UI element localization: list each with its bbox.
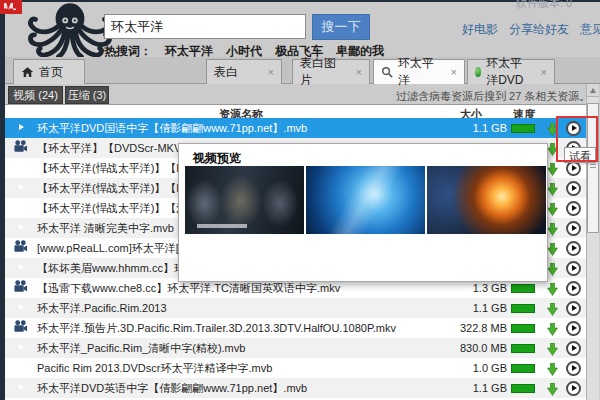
download-icon[interactable]: [547, 182, 558, 195]
titlebar-app-icon: [0, 0, 22, 14]
play-preview-icon[interactable]: [566, 281, 581, 296]
speed-progress-bar: [511, 124, 535, 133]
play-preview-icon[interactable]: [566, 381, 581, 396]
app-window: 搜一下 软件版本: 0 好电影分享给好友意见反馈 热搜词： 环太平洋小时代极品飞…: [0, 0, 600, 400]
video-camera-file-icon: [13, 280, 29, 296]
table-row[interactable]: 环太平洋DVD国语中字【倩影翩翩www.71pp.net】.mvb 1.1 GB: [5, 118, 586, 138]
download-icon[interactable]: [547, 142, 558, 155]
resource-name: 环太平洋.Pacific.Rim.2013: [37, 301, 437, 316]
file-size: 1.0 GB: [437, 362, 507, 374]
download-icon[interactable]: [547, 122, 558, 135]
file-size: 830.0 MB: [437, 342, 507, 354]
player-file-icon: [13, 260, 29, 276]
preview-tooltip: 试看: [564, 147, 596, 163]
resource-name: Pacific Rim 2013.DVDscr环太平洋精译中字.mvb: [37, 361, 437, 376]
download-icon[interactable]: [547, 242, 558, 255]
play-preview-icon[interactable]: [566, 361, 581, 376]
file-size: 1.1 GB: [437, 382, 507, 394]
resource-name: 环太平洋.预告片.3D.Pacific.Rim.Trailer.3D.2013.…: [37, 321, 437, 336]
window-border-left: [0, 0, 5, 400]
download-icon[interactable]: [547, 342, 558, 355]
player-file-icon: [13, 160, 29, 176]
play-preview-icon[interactable]: [566, 241, 581, 256]
player-file-icon: [13, 200, 29, 216]
player-file-icon: [13, 180, 29, 196]
download-icon[interactable]: [547, 282, 558, 295]
resource-name: 环太平洋DVD英语中字【倩影翩翩www.71pp.net】.mvb: [37, 381, 437, 396]
video-camera-file-icon: [13, 240, 29, 256]
play-preview-icon[interactable]: [566, 261, 581, 276]
download-icon[interactable]: [547, 382, 558, 395]
resource-name: 【迅雷下载www.che8.cc】环太平洋.TC清晰国英双语中字.mkv: [37, 281, 437, 296]
preview-thumbnails: [185, 166, 546, 234]
speed-progress-bar: [511, 324, 535, 333]
video-preview-popup: 视频预览: [178, 143, 548, 282]
download-icon[interactable]: [547, 322, 558, 335]
table-row[interactable]: 环太平洋DVD英语中字【倩影翩翩www.71pp.net】.mvb 1.1 GB: [5, 378, 586, 398]
speed-progress-bar: [511, 384, 535, 393]
speed-progress-bar: [511, 284, 535, 293]
scrollbar-thumb[interactable]: [587, 103, 599, 233]
download-icon[interactable]: [547, 222, 558, 235]
table-row[interactable]: Pacific Rim 2013.DVDscr环太平洋精译中字.mvb 1.0 …: [5, 358, 586, 378]
player-file-icon: [13, 360, 29, 376]
movie-still-blue-hologram: [306, 166, 425, 234]
table-row[interactable]: 环太平洋.Pacific.Rim.2013 1.1 GB: [5, 298, 586, 318]
download-icon[interactable]: [547, 162, 558, 175]
player-file-icon: [13, 220, 29, 236]
table-row[interactable]: 环太平洋_Pacific.Rim_清晰中字(精校).mvb 830.0 MB: [5, 338, 586, 358]
file-size: 1.1 GB: [437, 302, 507, 314]
player-file-icon: [13, 380, 29, 396]
speed-progress-bar: [511, 304, 535, 313]
video-camera-file-icon: [13, 140, 29, 156]
speed-progress-bar: [511, 344, 535, 353]
scrollbar-up-icon[interactable]: [587, 84, 599, 97]
movie-still-dark-scene: [185, 166, 304, 234]
player-file-icon: [13, 340, 29, 356]
download-icon[interactable]: [547, 202, 558, 215]
file-size: 322.8 MB: [437, 322, 507, 334]
download-icon[interactable]: [547, 362, 558, 375]
movie-still-explosion: [427, 166, 546, 234]
player-file-icon: [13, 300, 29, 316]
play-preview-icon[interactable]: [566, 221, 581, 236]
video-preview-title: 视频预览: [193, 150, 241, 167]
play-preview-icon[interactable]: [566, 121, 581, 136]
play-preview-icon[interactable]: [566, 341, 581, 356]
file-size: 1.3 GB: [437, 282, 507, 294]
speed-progress-bar: [511, 364, 535, 373]
vertical-scrollbar[interactable]: [586, 84, 599, 400]
file-size: 1.1 GB: [437, 122, 507, 134]
play-preview-icon[interactable]: [566, 181, 581, 196]
play-preview-icon[interactable]: [566, 201, 581, 216]
video-camera-file-icon: [13, 320, 29, 336]
resource-name: 环太平洋_Pacific.Rim_清晰中字(精校).mvb: [37, 341, 437, 356]
download-icon[interactable]: [547, 262, 558, 275]
play-preview-icon[interactable]: [566, 321, 581, 336]
download-icon[interactable]: [547, 302, 558, 315]
table-row[interactable]: 环太平洋.预告片.3D.Pacific.Rim.Trailer.3D.2013.…: [5, 318, 586, 338]
player-file-icon: [13, 120, 29, 136]
play-preview-icon[interactable]: [566, 301, 581, 316]
resource-name: 环太平洋DVD国语中字【倩影翩翩www.71pp.net】.mvb: [37, 121, 437, 136]
